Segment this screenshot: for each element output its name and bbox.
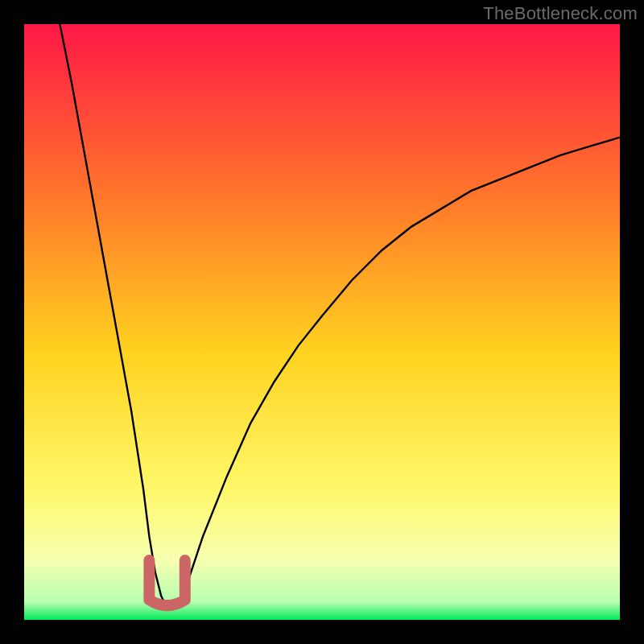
gradient-background xyxy=(24,24,620,620)
watermark-text: TheBottleneck.com xyxy=(483,3,638,24)
chart-svg xyxy=(24,24,620,620)
chart-frame xyxy=(24,24,620,620)
